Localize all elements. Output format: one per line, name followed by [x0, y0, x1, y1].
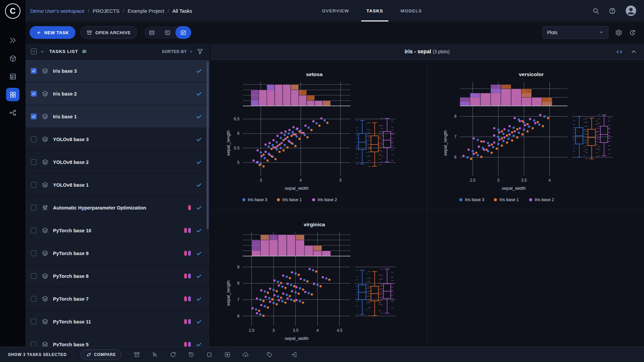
pipelines-icon	[9, 109, 17, 117]
tab-overview[interactable]: OVERVIEW	[313, 0, 358, 21]
sidebar-item-pipelines[interactable]	[6, 106, 19, 119]
svg-text:Iris base 2: Iris base 2	[318, 197, 337, 202]
reset-icon[interactable]	[170, 351, 176, 358]
task-checkbox[interactable]	[31, 228, 37, 233]
clearml-logo[interactable]: C	[5, 3, 20, 19]
tasks-toolbar: NEW TASK OPEN ARCHIVE Plots	[25, 21, 644, 44]
task-checkbox[interactable]	[31, 296, 37, 302]
breadcrumb-separator: /	[168, 8, 169, 14]
task-row[interactable]: Iris base 2	[25, 82, 210, 105]
svg-text:Iris base 1: Iris base 1	[499, 197, 519, 202]
archive-icon[interactable]	[133, 351, 140, 358]
select-all-checkbox[interactable]	[31, 49, 37, 54]
svg-text:5.5: 5.5	[234, 146, 239, 150]
svg-text:6: 6	[237, 131, 239, 136]
tasks-list-title: TASKS LIST	[49, 49, 78, 54]
task-checkbox[interactable]	[31, 319, 37, 324]
plot-cell-virginica[interactable]: 2.533.544.56789virginicasepal_widthsepal…	[210, 210, 427, 347]
tasks-list-panel: TASKS LIST SORTED BY Iris base 3Iris bas…	[25, 44, 210, 347]
settings-gear-icon[interactable]	[615, 29, 622, 36]
tag-pill-purple	[188, 251, 191, 256]
plot-versicolor: 2.533.54678versicolorsepal_widthsepal_le…	[427, 60, 644, 210]
plot-cell-versicolor[interactable]: 2.533.54678versicolorsepal_widthsepal_le…	[427, 60, 644, 210]
show-selected-button[interactable]: SHOW 3 TASKS SELECTED	[8, 352, 67, 357]
column-filters-icon[interactable]	[82, 49, 87, 54]
tags-icon[interactable]	[266, 351, 273, 358]
status-completed-icon	[196, 136, 202, 143]
task-row[interactable]: PyTorch base 5	[25, 333, 210, 347]
svg-text:sepal_width: sepal_width	[285, 186, 309, 191]
abort-icon[interactable]	[206, 351, 213, 358]
svg-text:2.5: 2.5	[249, 328, 255, 333]
plot-virginica: 2.533.544.56789virginicasepal_widthsepal…	[210, 210, 427, 347]
sidebar-item-datasets[interactable]	[6, 70, 19, 83]
breadcrumb-workspace[interactable]: Demo User's workspace	[30, 8, 85, 14]
chevron-down-icon	[599, 29, 604, 36]
status-completed-icon	[196, 204, 202, 211]
task-checkbox[interactable]	[31, 159, 37, 165]
svg-text:sepal_width: sepal_width	[501, 186, 525, 191]
collapse-chevron-up-icon[interactable]	[630, 48, 637, 55]
new-task-button[interactable]: NEW TASK	[30, 26, 75, 39]
task-checkbox[interactable]	[31, 342, 37, 347]
experiment-icon	[42, 341, 49, 347]
tasks-scrollbar[interactable]	[207, 62, 209, 229]
task-row[interactable]: Iris base 1	[25, 105, 210, 128]
help-icon[interactable]	[609, 7, 616, 14]
embed-code-icon[interactable]	[616, 48, 623, 55]
metric-dropdown[interactable]: Plots	[543, 26, 608, 39]
tab-tasks[interactable]: TASKS	[358, 0, 392, 21]
task-checkbox[interactable]	[31, 205, 37, 210]
move-to-project-icon[interactable]	[290, 351, 297, 358]
task-row[interactable]: PyTorch base 7	[25, 288, 210, 310]
table-view-icon[interactable]	[144, 26, 160, 39]
task-checkbox[interactable]	[31, 250, 37, 256]
split-view-icon[interactable]	[160, 26, 175, 39]
tab-models[interactable]: MODELS	[392, 0, 431, 21]
publish-icon[interactable]	[242, 351, 249, 358]
breadcrumb-project[interactable]: Example Project	[127, 8, 164, 14]
sidebar-item-projects[interactable]	[6, 52, 19, 65]
open-archive-button[interactable]: OPEN ARCHIVE	[80, 26, 137, 39]
task-checkbox[interactable]	[31, 273, 37, 279]
open-archive-label: OPEN ARCHIVE	[95, 30, 131, 35]
sidebar-item-applications[interactable]	[6, 88, 19, 101]
svg-text:4: 4	[316, 328, 319, 333]
task-checkbox[interactable]	[31, 91, 37, 97]
task-row[interactable]: PyTorch base 8	[25, 265, 210, 288]
capture-icon[interactable]	[224, 351, 231, 358]
plot-cell-setosa[interactable]: 34555.566.5setosasepal_widthsepal_length…	[210, 60, 427, 210]
auto-refresh-icon[interactable]	[629, 29, 636, 36]
chevron-down-icon[interactable]	[40, 49, 45, 54]
task-checkbox[interactable]	[31, 136, 37, 142]
compare-button[interactable]: COMPARE	[80, 349, 122, 360]
history-icon[interactable]	[188, 351, 195, 358]
task-row[interactable]: Iris base 3	[25, 60, 210, 82]
footer-action-icons	[133, 351, 297, 358]
task-row[interactable]: PyTorch base 11	[25, 310, 210, 333]
task-row[interactable]: Automatic Hyperparameter Optimization	[25, 196, 210, 219]
svg-text:2.5: 2.5	[470, 178, 475, 183]
task-checkbox[interactable]	[31, 68, 37, 74]
avatar[interactable]	[625, 5, 637, 16]
sidebar-item-dashboard[interactable]	[6, 34, 19, 47]
task-row[interactable]: YOLOv8 base 1	[25, 174, 210, 196]
task-row[interactable]: PyTorch base 9	[25, 242, 210, 265]
filter-funnel-icon[interactable]	[197, 48, 204, 55]
breadcrumb-projects[interactable]: PROJECTS	[93, 8, 119, 14]
svg-text:6: 6	[454, 155, 457, 160]
status-completed-icon	[196, 296, 202, 302]
task-row[interactable]: YOLOv8 base 3	[25, 128, 210, 151]
task-checkbox[interactable]	[31, 182, 37, 188]
task-row[interactable]: YOLOv8 base 2	[25, 151, 210, 174]
search-icon[interactable]	[592, 7, 599, 14]
breadcrumb-page: All Tasks	[172, 8, 192, 14]
task-row[interactable]: PyTorch base 10	[25, 219, 210, 242]
task-checkbox[interactable]	[31, 114, 37, 119]
experiment-icon	[42, 273, 49, 280]
plots-view-icon[interactable]	[175, 26, 191, 39]
task-name: PyTorch base 5	[53, 342, 89, 347]
sorted-by-button[interactable]: SORTED BY	[162, 49, 193, 54]
rail-icons	[6, 29, 19, 124]
dequeue-icon[interactable]	[152, 351, 158, 358]
